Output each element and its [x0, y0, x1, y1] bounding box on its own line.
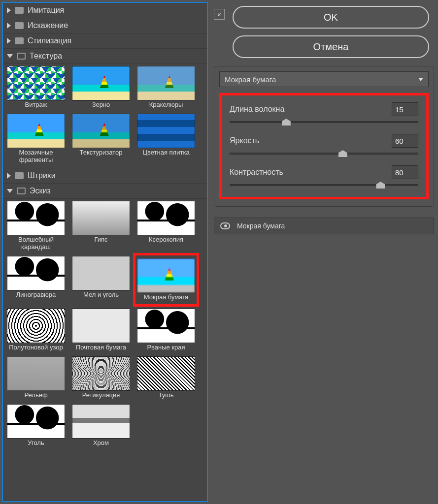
disclosure-icon	[7, 189, 13, 193]
filter-thumb-graphic-pen[interactable]: Тушь	[136, 356, 196, 399]
fiber-length-slider[interactable]	[230, 121, 418, 123]
thumb-preview	[72, 201, 130, 235]
filter-thumb-water-paper[interactable]: Мокрая бумага	[133, 253, 199, 307]
thumb-label: Линогравюра	[16, 291, 56, 299]
filter-gallery-panel: Имитация Искажение Стилизация Текстура В…	[2, 2, 208, 502]
filter-params-section: Мокрая бумага Длина волокна Яркость	[214, 66, 434, 207]
folder-icon	[15, 7, 24, 14]
category-label: Стилизация	[28, 36, 71, 45]
filter-thumb-stained-glass[interactable]: Витраж	[6, 66, 66, 109]
thumb-label: Зерно	[92, 101, 110, 109]
thumb-label: Мозаичные фрагменты	[6, 149, 66, 164]
category-stylize[interactable]: Стилизация	[3, 33, 207, 49]
filter-thumb-craquelure[interactable]: Кракелюры	[136, 66, 196, 109]
filter-thumb-bas-relief[interactable]: Рельеф	[6, 356, 66, 399]
category-imitation[interactable]: Имитация	[3, 3, 207, 18]
thumb-preview	[72, 256, 130, 290]
filter-thumb-mosaic-tiles[interactable]: Мозаичные фрагменты	[6, 114, 66, 164]
filter-thumb-lino[interactable]: Линогравюра	[6, 256, 66, 304]
contrast-slider[interactable]	[230, 184, 418, 186]
category-sketch[interactable]: Эскиз	[3, 184, 207, 199]
disclosure-icon	[7, 173, 11, 179]
fiber-length-input[interactable]	[392, 102, 418, 116]
effect-layer-row[interactable]: Мокрая бумага	[214, 218, 434, 234]
folder-open-icon	[17, 188, 26, 194]
folder-icon	[15, 172, 24, 179]
filter-thumb-chrome[interactable]: Хром	[71, 404, 131, 447]
visibility-eye-icon[interactable]	[220, 222, 230, 229]
thumb-preview	[137, 356, 195, 391]
thumb-preview	[137, 201, 195, 235]
contrast-input[interactable]	[392, 165, 418, 179]
category-strokes[interactable]: Штрихи	[3, 168, 207, 184]
disclosure-icon	[7, 7, 11, 13]
filter-thumb-plaster[interactable]: Гипс	[71, 201, 131, 251]
thumb-label: Рваные края	[147, 344, 185, 351]
folder-icon	[15, 37, 24, 44]
filter-thumb-conte-crayon[interactable]: Волшебный карандаш	[6, 201, 66, 251]
category-label: Штрихи	[28, 171, 56, 180]
filter-thumb-charcoal[interactable]: Уголь	[6, 404, 66, 447]
filter-thumb-photocopy[interactable]: Ксерокопия	[136, 201, 196, 251]
cancel-button[interactable]: Отмена	[233, 35, 429, 58]
thumb-preview	[137, 66, 195, 100]
thumb-label: Цветная плитка	[142, 149, 189, 157]
thumb-label: Мел и уголь	[83, 291, 119, 299]
thumb-label: Уголь	[28, 440, 44, 447]
thumb-preview	[72, 66, 130, 100]
ok-button[interactable]: OK	[233, 6, 429, 29]
chevron-down-icon	[418, 78, 423, 81]
thumb-label: Рельеф	[24, 392, 47, 399]
params-highlight-box: Длина волокна Яркость Контрастность	[219, 93, 429, 199]
disclosure-icon	[7, 54, 13, 58]
param-contrast: Контрастность	[230, 165, 418, 186]
thumb-label: Полутоновой узор	[9, 344, 63, 351]
filter-thumb-halftone[interactable]: Полутоновой узор	[6, 309, 66, 351]
thumb-label: Текстуризатор	[80, 149, 123, 157]
category-texture[interactable]: Текстура	[3, 49, 207, 64]
filter-select-dropdown[interactable]: Мокрая бумага	[219, 71, 429, 87]
category-distort[interactable]: Искажение	[3, 18, 207, 33]
thumb-label: Мокрая бумага	[144, 294, 188, 301]
param-brightness: Яркость	[230, 134, 418, 155]
filter-thumb-texturizer[interactable]: Текстуризатор	[71, 114, 131, 164]
folder-open-icon	[17, 53, 26, 60]
thumb-preview	[7, 256, 65, 290]
folder-icon	[15, 22, 24, 29]
thumb-preview	[7, 404, 65, 439]
thumb-label: Почтовая бумага	[76, 344, 126, 351]
collapse-gallery-button[interactable]: «	[214, 9, 225, 20]
disclosure-icon	[7, 38, 11, 44]
texture-thumbs: Витраж Зерно Кракелюры Мозаичные фрагмен…	[3, 64, 207, 168]
thumb-preview	[7, 356, 65, 391]
slider-thumb[interactable]	[282, 119, 291, 126]
thumb-preview	[7, 309, 65, 343]
filter-thumb-torn-edges[interactable]: Рваные края	[136, 309, 196, 351]
param-label: Длина волокна	[230, 105, 284, 114]
thumb-preview	[7, 201, 65, 235]
button-label: Отмена	[313, 41, 349, 53]
effect-layer-label: Мокрая бумага	[237, 222, 285, 230]
filter-thumb-patchwork[interactable]: Цветная плитка	[136, 114, 196, 164]
param-fiber-length: Длина волокна	[230, 102, 418, 123]
filter-thumb-chalk-charcoal[interactable]: Мел и уголь	[71, 256, 131, 304]
thumb-label: Ретикуляция	[82, 392, 120, 399]
category-label: Искажение	[28, 21, 68, 30]
button-label: OK	[324, 12, 338, 23]
thumb-label: Тушь	[159, 392, 174, 399]
category-label: Имитация	[28, 6, 64, 15]
filter-thumb-grain[interactable]: Зерно	[71, 66, 131, 109]
filter-thumb-note-paper[interactable]: Почтовая бумага	[71, 309, 131, 351]
thumb-preview	[72, 356, 130, 391]
brightness-slider[interactable]	[230, 153, 418, 155]
filter-thumb-reticulation[interactable]: Ретикуляция	[71, 356, 131, 399]
slider-thumb[interactable]	[376, 182, 385, 189]
disclosure-icon	[7, 23, 11, 29]
thumb-label: Хром	[93, 440, 109, 447]
thumb-preview	[72, 309, 130, 343]
brightness-input[interactable]	[392, 134, 418, 148]
slider-thumb[interactable]	[338, 150, 347, 157]
thumb-label: Кракелюры	[149, 101, 183, 109]
param-label: Яркость	[230, 136, 259, 145]
thumb-preview	[72, 404, 130, 439]
